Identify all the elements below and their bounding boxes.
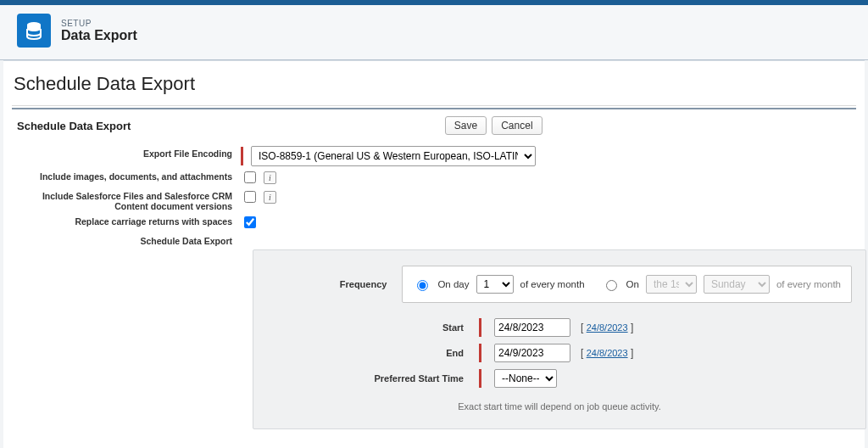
- label-frequency: Frequency: [267, 279, 402, 289]
- weekday-select[interactable]: Sunday: [704, 275, 770, 294]
- day-select[interactable]: 1: [476, 275, 514, 294]
- section-title: Schedule Data Export: [17, 120, 131, 132]
- viewport: SETUP Data Export Schedule Data Export S…: [0, 0, 868, 448]
- label-schedule: Schedule Data Export: [17, 233, 241, 246]
- row-start: Start [ 24/8/2023 ]: [267, 318, 852, 337]
- row-schedule-label: Schedule Data Export: [17, 233, 851, 246]
- label-end: End: [267, 348, 479, 358]
- label-start: Start: [267, 322, 479, 333]
- row-replace-cr: Replace carriage returns with spaces: [17, 214, 851, 231]
- app-title: Data Export: [61, 28, 137, 43]
- end-hint-wrap: [ 24/8/2023 ]: [581, 347, 633, 359]
- app-eyebrow: SETUP: [61, 19, 137, 28]
- divider: [12, 105, 856, 106]
- freq-onweek-radio[interactable]: [606, 280, 617, 291]
- start-date-input[interactable]: [494, 318, 570, 337]
- info-icon[interactable]: i: [264, 171, 276, 184]
- row-encoding: Export File Encoding ISO-8859-1 (General…: [17, 146, 851, 166]
- cancel-button[interactable]: Cancel: [492, 116, 542, 135]
- app-header: SETUP Data Export: [0, 5, 868, 60]
- row-end: End [ 24/8/2023 ]: [267, 344, 852, 362]
- include-files-checkbox[interactable]: [244, 191, 256, 203]
- schedule-panel: Frequency On day 1 of every month On the…: [253, 249, 866, 429]
- form-area: Export File Encoding ISO-8859-1 (General…: [12, 140, 856, 448]
- start-time-note: Exact start time will depend on job queu…: [267, 401, 852, 412]
- freq-onday-text: On day: [437, 279, 469, 289]
- start-time-select[interactable]: --None--: [494, 369, 557, 388]
- end-date-input[interactable]: [494, 344, 570, 362]
- freq-on-text: On: [626, 279, 639, 289]
- ordinal-select[interactable]: the 1st: [646, 275, 697, 294]
- freq-of-month-2: of every month: [776, 279, 841, 289]
- required-indicator: [479, 318, 481, 337]
- required-indicator: [241, 147, 243, 165]
- include-images-checkbox[interactable]: [244, 171, 256, 183]
- encoding-select[interactable]: ISO-8859-1 (General US & Western Europea…: [251, 146, 536, 166]
- required-indicator: [479, 369, 481, 388]
- start-hint-wrap: [ 24/8/2023 ]: [581, 322, 633, 333]
- label-encoding: Export File Encoding: [17, 146, 241, 159]
- top-button-row: Save Cancel: [445, 116, 542, 135]
- row-start-time: Preferred Start Time --None--: [267, 369, 852, 388]
- row-include-images: Include images, documents, and attachmen…: [17, 169, 851, 186]
- save-button[interactable]: Save: [445, 116, 487, 135]
- info-icon[interactable]: i: [264, 191, 276, 204]
- label-include-files: Include Salesforce Files and Salesforce …: [17, 188, 241, 211]
- section-header: Schedule Data Export Save Cancel: [12, 109, 856, 140]
- data-export-icon: [17, 14, 51, 48]
- start-date-link[interactable]: 24/8/2023: [587, 322, 628, 333]
- end-date-link[interactable]: 24/8/2023: [587, 348, 628, 358]
- freq-onday-radio[interactable]: [417, 280, 428, 291]
- row-frequency: Frequency On day 1 of every month On the…: [267, 266, 852, 303]
- page-body: Schedule Data Export Schedule Data Expor…: [3, 60, 865, 448]
- freq-of-month: of every month: [520, 279, 585, 289]
- required-indicator: [479, 344, 481, 362]
- frequency-box: On day 1 of every month On the 1st Sunda…: [402, 266, 852, 303]
- label-include-images: Include images, documents, and attachmen…: [17, 169, 241, 182]
- label-replace-cr: Replace carriage returns with spaces: [17, 214, 241, 227]
- replace-cr-checkbox[interactable]: [244, 216, 256, 228]
- row-include-files: Include Salesforce Files and Salesforce …: [17, 188, 851, 211]
- page-title: Schedule Data Export: [12, 70, 856, 105]
- label-start-time: Preferred Start Time: [267, 373, 479, 384]
